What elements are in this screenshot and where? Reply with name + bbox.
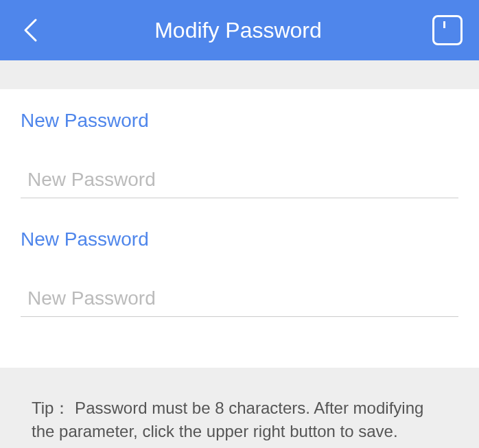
header: Modify Password bbox=[0, 0, 479, 60]
new-password-label-1: New Password bbox=[21, 110, 458, 132]
form-container: New Password New Password bbox=[0, 89, 479, 368]
new-password-input-1[interactable] bbox=[21, 165, 458, 198]
page-title: Modify Password bbox=[44, 18, 432, 43]
save-icon bbox=[439, 21, 456, 39]
tip-text: Tip： Password must be 8 characters. Afte… bbox=[32, 397, 447, 443]
new-password-field-group-2: New Password bbox=[21, 228, 458, 317]
new-password-field-group-1: New Password bbox=[21, 110, 458, 198]
svg-rect-0 bbox=[443, 21, 445, 28]
new-password-label-2: New Password bbox=[21, 228, 458, 250]
chevron-left-icon bbox=[23, 18, 38, 43]
save-button[interactable] bbox=[432, 15, 463, 45]
divider-band bbox=[0, 60, 479, 89]
tip-container: Tip： Password must be 8 characters. Afte… bbox=[0, 368, 479, 448]
new-password-input-2[interactable] bbox=[21, 283, 458, 317]
back-button[interactable] bbox=[16, 16, 44, 44]
